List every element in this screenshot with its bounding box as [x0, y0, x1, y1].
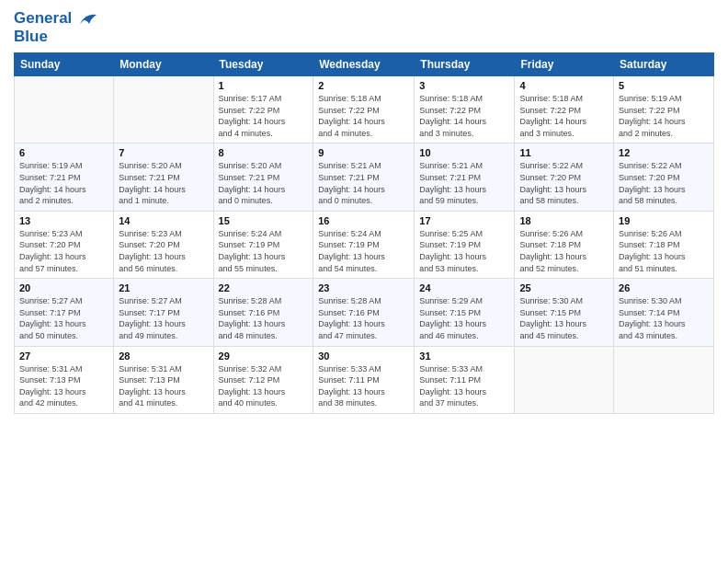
day-number: 27	[19, 350, 108, 362]
day-number: 17	[419, 215, 509, 226]
calendar-cell: 12Sunrise: 5:22 AM Sunset: 7:20 PM Dayli…	[614, 144, 714, 211]
calendar-cell: 16Sunrise: 5:24 AM Sunset: 7:19 PM Dayli…	[313, 211, 415, 278]
calendar-cell: 2Sunrise: 5:18 AM Sunset: 7:22 PM Daylig…	[313, 76, 415, 144]
logo-bird-icon	[78, 11, 98, 28]
day-number: 3	[419, 80, 509, 91]
day-info: Sunrise: 5:20 AM Sunset: 7:21 PM Dayligh…	[119, 160, 208, 206]
calendar-week-4: 20Sunrise: 5:27 AM Sunset: 7:17 PM Dayli…	[15, 279, 714, 346]
day-number: 20	[19, 282, 108, 293]
day-number: 25	[519, 282, 609, 293]
weekday-header-tuesday: Tuesday	[213, 53, 313, 76]
day-info: Sunrise: 5:31 AM Sunset: 7:13 PM Dayligh…	[19, 363, 108, 409]
calendar-cell: 25Sunrise: 5:30 AM Sunset: 7:15 PM Dayli…	[515, 279, 614, 346]
day-number: 2	[318, 80, 409, 91]
day-info: Sunrise: 5:18 AM Sunset: 7:22 PM Dayligh…	[318, 93, 409, 139]
weekday-header-sunday: Sunday	[15, 53, 114, 76]
calendar-cell: 19Sunrise: 5:26 AM Sunset: 7:18 PM Dayli…	[614, 211, 714, 278]
calendar-cell: 8Sunrise: 5:20 AM Sunset: 7:21 PM Daylig…	[213, 144, 313, 211]
calendar-cell: 29Sunrise: 5:32 AM Sunset: 7:12 PM Dayli…	[213, 346, 313, 413]
calendar-week-3: 13Sunrise: 5:23 AM Sunset: 7:20 PM Dayli…	[15, 211, 714, 278]
day-info: Sunrise: 5:28 AM Sunset: 7:16 PM Dayligh…	[219, 295, 309, 341]
day-number: 14	[119, 215, 208, 226]
weekday-header-monday: Monday	[114, 53, 213, 76]
day-number: 15	[219, 215, 309, 226]
day-info: Sunrise: 5:33 AM Sunset: 7:11 PM Dayligh…	[419, 363, 509, 409]
day-info: Sunrise: 5:24 AM Sunset: 7:19 PM Dayligh…	[219, 228, 309, 274]
logo: General Blue	[14, 9, 98, 45]
weekday-header-row: SundayMondayTuesdayWednesdayThursdayFrid…	[15, 53, 714, 76]
day-info: Sunrise: 5:26 AM Sunset: 7:18 PM Dayligh…	[619, 228, 709, 274]
calendar-cell: 23Sunrise: 5:28 AM Sunset: 7:16 PM Dayli…	[313, 279, 415, 346]
calendar-cell: 26Sunrise: 5:30 AM Sunset: 7:14 PM Dayli…	[614, 279, 714, 346]
day-number: 26	[619, 282, 709, 293]
day-number: 23	[318, 282, 409, 293]
weekday-header-thursday: Thursday	[415, 53, 515, 76]
day-info: Sunrise: 5:23 AM Sunset: 7:20 PM Dayligh…	[119, 228, 208, 274]
day-number: 6	[19, 147, 108, 158]
calendar-cell: 7Sunrise: 5:20 AM Sunset: 7:21 PM Daylig…	[114, 144, 213, 211]
day-number: 10	[419, 147, 509, 158]
day-number: 29	[219, 350, 309, 362]
calendar-cell: 13Sunrise: 5:23 AM Sunset: 7:20 PM Dayli…	[15, 211, 114, 278]
calendar-cell: 20Sunrise: 5:27 AM Sunset: 7:17 PM Dayli…	[15, 279, 114, 346]
day-info: Sunrise: 5:20 AM Sunset: 7:21 PM Dayligh…	[219, 160, 309, 206]
day-number: 11	[519, 147, 609, 158]
day-number: 7	[119, 147, 208, 158]
day-info: Sunrise: 5:27 AM Sunset: 7:17 PM Dayligh…	[119, 295, 208, 341]
day-info: Sunrise: 5:24 AM Sunset: 7:19 PM Dayligh…	[318, 228, 409, 274]
day-info: Sunrise: 5:28 AM Sunset: 7:16 PM Dayligh…	[318, 295, 409, 341]
day-number: 22	[219, 282, 309, 293]
day-info: Sunrise: 5:31 AM Sunset: 7:13 PM Dayligh…	[119, 363, 208, 409]
day-info: Sunrise: 5:19 AM Sunset: 7:21 PM Dayligh…	[19, 160, 108, 206]
day-info: Sunrise: 5:30 AM Sunset: 7:15 PM Dayligh…	[519, 295, 609, 341]
day-number: 5	[619, 80, 709, 91]
day-number: 19	[619, 215, 709, 226]
calendar-cell: 31Sunrise: 5:33 AM Sunset: 7:11 PM Dayli…	[415, 346, 515, 413]
calendar-cell: 18Sunrise: 5:26 AM Sunset: 7:18 PM Dayli…	[515, 211, 614, 278]
calendar-cell: 22Sunrise: 5:28 AM Sunset: 7:16 PM Dayli…	[213, 279, 313, 346]
day-info: Sunrise: 5:17 AM Sunset: 7:22 PM Dayligh…	[219, 93, 309, 139]
day-info: Sunrise: 5:27 AM Sunset: 7:17 PM Dayligh…	[19, 295, 108, 341]
day-info: Sunrise: 5:23 AM Sunset: 7:20 PM Dayligh…	[19, 228, 108, 274]
calendar-cell: 11Sunrise: 5:22 AM Sunset: 7:20 PM Dayli…	[515, 144, 614, 211]
day-info: Sunrise: 5:30 AM Sunset: 7:14 PM Dayligh…	[619, 295, 709, 341]
day-number: 28	[119, 350, 208, 362]
day-info: Sunrise: 5:22 AM Sunset: 7:20 PM Dayligh…	[519, 160, 609, 206]
day-info: Sunrise: 5:32 AM Sunset: 7:12 PM Dayligh…	[219, 363, 309, 409]
calendar-cell	[114, 76, 213, 144]
calendar-cell: 30Sunrise: 5:33 AM Sunset: 7:11 PM Dayli…	[313, 346, 415, 413]
logo-blue: Blue	[14, 28, 98, 46]
calendar-cell: 24Sunrise: 5:29 AM Sunset: 7:15 PM Dayli…	[415, 279, 515, 346]
day-number: 4	[519, 80, 609, 91]
calendar-cell: 14Sunrise: 5:23 AM Sunset: 7:20 PM Dayli…	[114, 211, 213, 278]
day-info: Sunrise: 5:19 AM Sunset: 7:22 PM Dayligh…	[619, 93, 709, 139]
calendar-cell	[515, 346, 614, 413]
day-info: Sunrise: 5:22 AM Sunset: 7:20 PM Dayligh…	[619, 160, 709, 206]
weekday-header-wednesday: Wednesday	[313, 53, 415, 76]
day-info: Sunrise: 5:29 AM Sunset: 7:15 PM Dayligh…	[419, 295, 509, 341]
day-info: Sunrise: 5:33 AM Sunset: 7:11 PM Dayligh…	[318, 363, 409, 409]
calendar-cell: 9Sunrise: 5:21 AM Sunset: 7:21 PM Daylig…	[313, 144, 415, 211]
header: General Blue	[14, 9, 714, 45]
day-number: 9	[318, 147, 409, 158]
calendar-cell: 15Sunrise: 5:24 AM Sunset: 7:19 PM Dayli…	[213, 211, 313, 278]
calendar-week-5: 27Sunrise: 5:31 AM Sunset: 7:13 PM Dayli…	[15, 346, 714, 413]
day-number: 21	[119, 282, 208, 293]
day-info: Sunrise: 5:18 AM Sunset: 7:22 PM Dayligh…	[419, 93, 509, 139]
page: General Blue SundayMondayTuesdayWednesda…	[0, 0, 728, 563]
logo-text: General	[14, 9, 98, 28]
calendar-cell: 28Sunrise: 5:31 AM Sunset: 7:13 PM Dayli…	[114, 346, 213, 413]
calendar-week-2: 6Sunrise: 5:19 AM Sunset: 7:21 PM Daylig…	[15, 144, 714, 211]
calendar-cell: 5Sunrise: 5:19 AM Sunset: 7:22 PM Daylig…	[614, 76, 714, 144]
day-number: 24	[419, 282, 509, 293]
calendar-cell: 6Sunrise: 5:19 AM Sunset: 7:21 PM Daylig…	[15, 144, 114, 211]
day-number: 31	[419, 350, 509, 362]
calendar-cell: 1Sunrise: 5:17 AM Sunset: 7:22 PM Daylig…	[213, 76, 313, 144]
calendar-cell: 4Sunrise: 5:18 AM Sunset: 7:22 PM Daylig…	[515, 76, 614, 144]
calendar-cell	[15, 76, 114, 144]
day-number: 18	[519, 215, 609, 226]
day-info: Sunrise: 5:18 AM Sunset: 7:22 PM Dayligh…	[519, 93, 609, 139]
weekday-header-saturday: Saturday	[614, 53, 714, 76]
day-number: 12	[619, 147, 709, 158]
day-number: 16	[318, 215, 409, 226]
